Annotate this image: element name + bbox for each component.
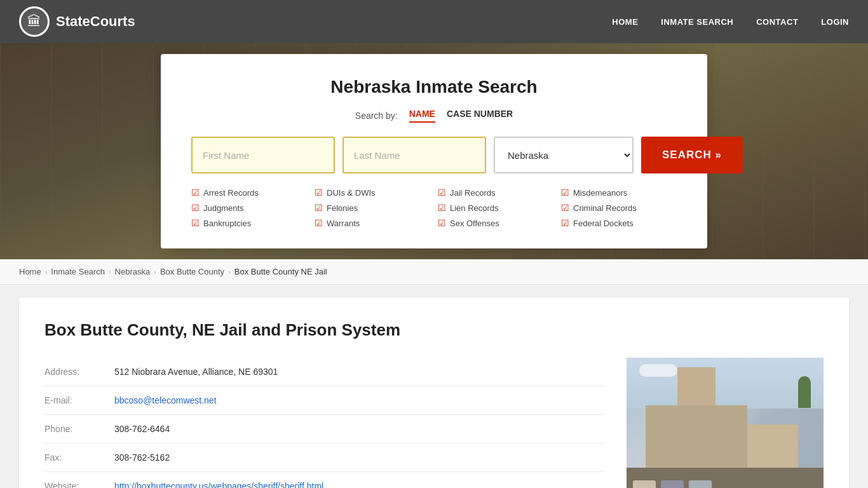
nav-contact[interactable]: CONTACT (756, 17, 798, 27)
check-icon: ☑ (315, 187, 323, 198)
feature-judgments: ☑Judgments (191, 203, 307, 213)
nav-home[interactable]: HOME (612, 17, 638, 27)
phone-row: Phone: 308-762-6464 (44, 415, 604, 444)
car1 (633, 480, 656, 488)
search-button[interactable]: SEARCH » (641, 137, 743, 173)
breadcrumb-inmate-search[interactable]: Inmate Search (51, 267, 105, 276)
check-icon: ☑ (191, 203, 200, 213)
check-icon: ☑ (315, 203, 323, 213)
email-link[interactable]: bbcoso@telecomwest.net (114, 395, 217, 405)
cloud1 (639, 364, 677, 377)
phone-label: Phone: (44, 415, 114, 444)
tab-name[interactable]: NAME (409, 109, 435, 123)
website-label: Website: (44, 472, 114, 489)
breadcrumb-sep-3: › (154, 268, 156, 276)
info-table: Address: 512 Niobrara Avenue, Alliance, … (44, 358, 604, 488)
logo-link[interactable]: 🏛 StateCourts (19, 6, 135, 37)
feature-lien-records: ☑Lien Records (438, 203, 553, 213)
phone-value: 308-762-6464 (114, 415, 604, 444)
building-tower (677, 367, 715, 405)
feature-label: Arrest Records (203, 188, 259, 198)
fax-value: 308-762-5162 (114, 444, 604, 472)
last-name-input[interactable] (342, 137, 486, 173)
tab-case-number[interactable]: CASE NUMBER (447, 109, 513, 123)
feature-criminal-records: ☑Criminal Records (561, 203, 677, 213)
feature-label: Warrants (327, 219, 360, 228)
check-icon: ☑ (191, 187, 200, 198)
breadcrumb-sep-2: › (109, 268, 111, 276)
feature-warrants: ☑Warrants (315, 218, 430, 228)
parking-area (627, 468, 824, 488)
website-link[interactable]: http://boxbuttecounty.us/webpages/sherif… (114, 481, 323, 488)
car3 (689, 480, 712, 488)
features-grid: ☑Arrest Records☑DUIs & DWIs☑Jail Records… (191, 187, 677, 228)
feature-label: Felonies (327, 203, 358, 213)
breadcrumb-home[interactable]: Home (19, 267, 41, 276)
check-icon: ☑ (191, 218, 200, 228)
building-main (646, 405, 747, 469)
facility-title: Box Butte County, NE Jail and Prison Sys… (44, 320, 824, 340)
car2 (661, 480, 684, 488)
feature-label: Criminal Records (573, 203, 637, 213)
website-value: http://boxbuttecounty.us/webpages/sherif… (114, 472, 604, 489)
check-icon: ☑ (561, 187, 569, 198)
breadcrumb-sep-1: › (45, 268, 48, 276)
state-select[interactable]: Nebraska Alabama Alaska Arizona Arkansas… (494, 137, 634, 173)
feature-label: Misdemeanors (573, 188, 627, 198)
logo-text: StateCourts (56, 13, 135, 30)
hero-section: COURTHOUSE Nebraska Inmate Search Search… (0, 43, 868, 259)
breadcrumb-current: Box Butte County NE Jail (234, 267, 327, 276)
check-icon: ☑ (561, 203, 569, 213)
navbar-links: HOME INMATE SEARCH CONTACT LOGIN (612, 17, 849, 27)
content-card: Box Butte County, NE Jail and Prison Sys… (19, 297, 849, 488)
first-name-input[interactable] (191, 137, 335, 173)
jail-image (627, 358, 824, 488)
feature-label: DUIs & DWIs (327, 188, 376, 198)
feature-label: Bankruptcies (203, 219, 251, 228)
feature-label: Judgments (203, 203, 244, 213)
address-label: Address: (44, 358, 114, 386)
main-content: Box Butte County, NE Jail and Prison Sys… (0, 285, 868, 488)
nav-login[interactable]: LOGIN (821, 17, 849, 27)
building-annex (747, 424, 798, 469)
check-icon: ☑ (438, 187, 446, 198)
feature-bankruptcies: ☑Bankruptcies (191, 218, 307, 228)
feature-felonies: ☑Felonies (315, 203, 430, 213)
nav-inmate-search[interactable]: INMATE SEARCH (661, 17, 733, 27)
email-value: bbcoso@telecomwest.net (114, 386, 604, 415)
address-value: 512 Niobrara Avenue, Alliance, NE 69301 (114, 358, 604, 386)
search-title: Nebraska Inmate Search (191, 77, 677, 97)
breadcrumb-sep-4: › (228, 268, 231, 276)
search-by-label: Search by: (355, 111, 398, 121)
search-inputs-row: Nebraska Alabama Alaska Arizona Arkansas… (191, 137, 677, 173)
feature-label: Lien Records (450, 203, 499, 213)
email-row: E-mail: bbcoso@telecomwest.net (44, 386, 604, 415)
breadcrumb-nebraska[interactable]: Nebraska (115, 267, 151, 276)
feature-label: Jail Records (450, 188, 496, 198)
website-row: Website: http://boxbuttecounty.us/webpag… (44, 472, 604, 489)
feature-jail-records: ☑Jail Records (438, 187, 553, 198)
check-icon: ☑ (561, 218, 569, 228)
check-icon: ☑ (438, 203, 446, 213)
fax-label: Fax: (44, 444, 114, 472)
feature-arrest-records: ☑Arrest Records (191, 187, 307, 198)
feature-duis-dwis: ☑DUIs & DWIs (315, 187, 430, 198)
feature-label: Sex Offenses (450, 219, 499, 228)
breadcrumb: Home › Inmate Search › Nebraska › Box Bu… (0, 259, 868, 285)
navbar: 🏛 StateCourts HOME INMATE SEARCH CONTACT… (0, 0, 868, 43)
check-icon: ☑ (315, 218, 323, 228)
fax-row: Fax: 308-762-5162 (44, 444, 604, 472)
feature-federal-dockets: ☑Federal Dockets (561, 218, 677, 228)
address-row: Address: 512 Niobrara Avenue, Alliance, … (44, 358, 604, 386)
email-label: E-mail: (44, 386, 114, 415)
search-by-row: Search by: NAME CASE NUMBER (191, 109, 677, 123)
logo-icon: 🏛 (19, 6, 50, 37)
breadcrumb-box-butte-county[interactable]: Box Butte County (160, 267, 224, 276)
content-body: Address: 512 Niobrara Avenue, Alliance, … (44, 358, 824, 488)
search-card: Nebraska Inmate Search Search by: NAME C… (161, 54, 707, 248)
feature-label: Federal Dockets (573, 219, 634, 228)
feature-sex-offenses: ☑Sex Offenses (438, 218, 553, 228)
tree1 (798, 376, 811, 408)
info-section: Address: 512 Niobrara Avenue, Alliance, … (44, 358, 604, 488)
feature-misdemeanors: ☑Misdemeanors (561, 187, 677, 198)
